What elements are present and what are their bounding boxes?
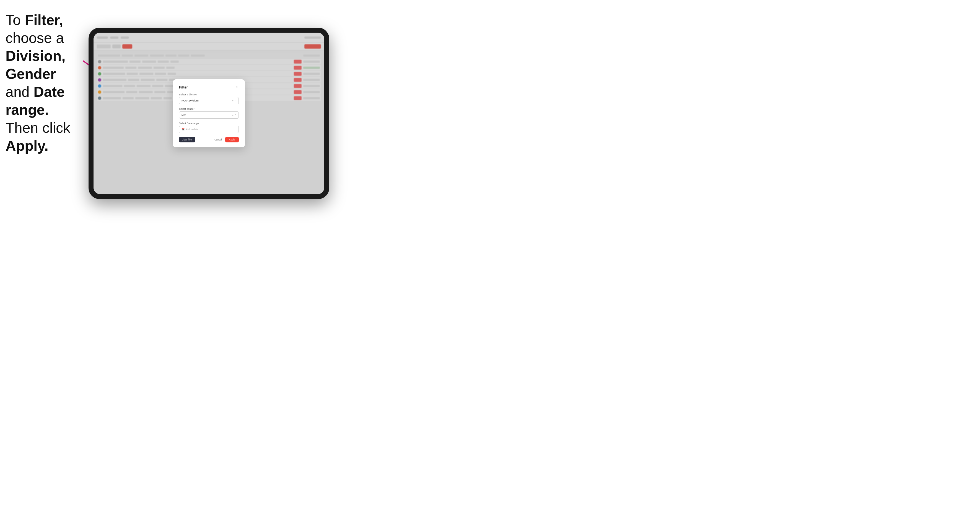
filter-modal: Filter × Select a division NCAA Division… — [173, 79, 245, 148]
instruction-panel: To Filter, choose a Division, Gender and… — [6, 11, 86, 155]
division-value: NCAA Division I — [181, 99, 199, 102]
instruction-line2: Division, Gender — [6, 47, 86, 83]
modal-header: Filter × — [179, 85, 239, 89]
division-chevron-icon: ⌃ — [234, 100, 236, 102]
gender-field: Select gender Men × ⌃ — [179, 108, 239, 119]
tablet-screen: Filter × Select a division NCAA Division… — [94, 33, 324, 194]
date-range-input[interactable]: 📅 Pick a date — [179, 126, 239, 133]
instruction-line4: Then click Apply. — [6, 119, 86, 155]
tablet-frame: Filter × Select a division NCAA Division… — [89, 28, 329, 199]
gender-label: Select gender — [179, 108, 239, 110]
cancel-button[interactable]: Cancel — [212, 137, 224, 142]
modal-overlay: Filter × Select a division NCAA Division… — [94, 33, 324, 194]
gender-chevron-icon: ⌃ — [234, 114, 236, 116]
division-clear-icon[interactable]: × — [232, 100, 234, 102]
gender-clear-icon[interactable]: × — [232, 114, 234, 116]
apply-button[interactable]: Apply — [225, 137, 239, 142]
modal-footer: Clear filter Cancel Apply — [179, 137, 239, 142]
division-select[interactable]: NCAA Division I × ⌃ — [179, 97, 239, 104]
clear-filter-button[interactable]: Clear filter — [179, 137, 195, 142]
calendar-icon: 📅 — [181, 128, 185, 131]
date-range-label: Select Date range — [179, 122, 239, 125]
gender-value: Men — [181, 114, 186, 116]
gender-select[interactable]: Men × ⌃ — [179, 111, 239, 119]
date-range-field: Select Date range 📅 Pick a date — [179, 122, 239, 133]
division-select-controls: × ⌃ — [232, 100, 236, 102]
date-placeholder: Pick a date — [186, 128, 198, 131]
instruction-line3: and Date range. — [6, 83, 86, 119]
modal-title: Filter — [179, 85, 188, 89]
division-field: Select a division NCAA Division I × ⌃ — [179, 93, 239, 104]
division-label: Select a division — [179, 93, 239, 96]
modal-action-buttons: Cancel Apply — [212, 137, 239, 142]
instruction-line1: To Filter, choose a — [6, 11, 86, 47]
gender-select-controls: × ⌃ — [232, 114, 236, 116]
close-button[interactable]: × — [234, 85, 239, 89]
